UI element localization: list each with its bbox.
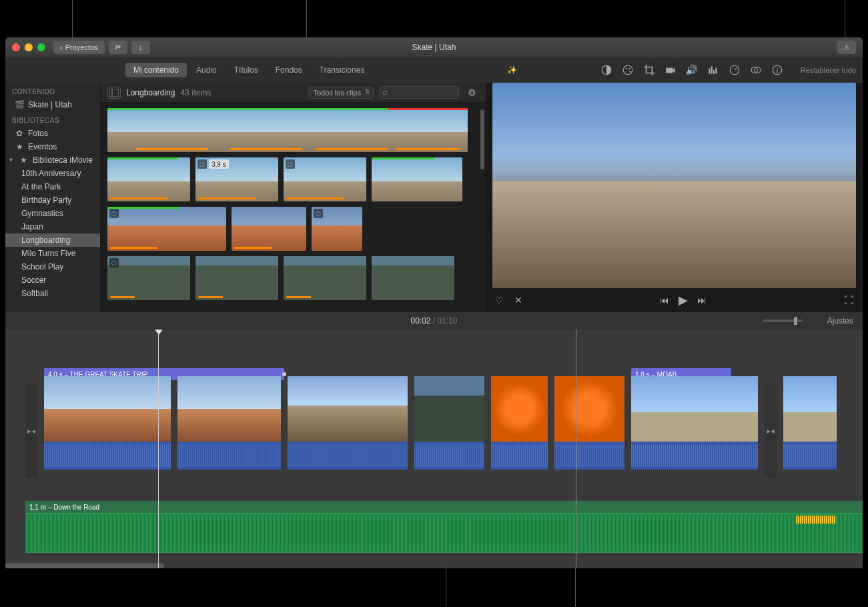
equalizer-icon [707,64,719,76]
tab-audio[interactable]: Audio [188,63,225,77]
minimize-window-button[interactable] [25,43,33,51]
clip-thumb[interactable] [107,108,468,152]
sidebar-event[interactable]: Birthday Party [5,193,100,207]
svg-point-8 [628,68,630,69]
search-input[interactable] [379,86,459,99]
media-list-button[interactable]: ♪ [109,41,127,54]
loading-icon: ◌ [109,258,119,267]
sidebar-library-label: Biblioteca iMovie [33,155,93,165]
star-icon: ★ [15,143,24,151]
sidebar-event[interactable]: Soccer [5,273,100,287]
tab-mi-contenido[interactable]: Mi contenido [125,63,187,77]
sidebar-project[interactable]: 🎬 Skate | Utah [5,98,100,111]
clip-thumb[interactable] [372,256,454,300]
timeline-clip[interactable] [554,376,624,470]
stabilization-button[interactable] [665,64,677,76]
browser-header: Longboarding 43 ítems Todos los clips ⚙ [101,83,486,103]
next-button[interactable]: ⏭ [697,295,707,306]
sidebar-event[interactable]: Japan [5,220,100,233]
browser-settings-button[interactable]: ⚙ [464,85,479,100]
browser-scrollbar[interactable] [480,109,484,169]
timeline-body[interactable]: ▸◂ 4,0 s – THE GREAT SKATE TRIP [5,330,863,568]
sidebar-fotos[interactable]: ✿ Fotos [5,127,100,140]
color-balance-button[interactable] [600,64,612,76]
browser-count: 43 ítems [180,88,211,97]
enhance-button[interactable]: ✨ [506,64,518,76]
media-list-icon: ♪ [115,42,121,53]
crop-button[interactable] [643,64,655,76]
import-button[interactable]: ↓ [131,41,150,54]
viewer-pane: ♡ ✕ ⏮ ▶ ⏭ ⛶ [486,83,863,312]
back-projects-button[interactable]: ‹Proyectos [53,41,105,54]
timeline-clip[interactable] [288,376,408,470]
timeline-settings-button[interactable]: Ajustes [827,316,853,326]
zoom-slider[interactable] [763,320,803,322]
svg-text:i: i [777,67,778,75]
close-window-button[interactable] [12,43,20,51]
clip-thumb[interactable] [284,256,366,300]
clip-thumb[interactable]: ◌ [107,256,190,300]
toolbar: Mi contenido Audio Títulos Fondos Transi… [5,57,863,83]
clip-thumb[interactable]: ◌ 3,9 s [195,157,278,201]
timeline-clip[interactable]: 1,8 s – MOAB [631,376,758,470]
speed-button[interactable] [729,64,741,76]
titlebar: ‹Proyectos ♪ ↓ Skate | Utah [5,37,863,57]
sidebar-event[interactable]: Milo Turns Five [5,247,100,260]
clip-thumb[interactable]: ◌ [107,207,226,251]
timeline-h-scrollbar[interactable] [5,563,164,568]
volume-button[interactable]: 🔊 [686,64,698,76]
browser-clips-grid: ◌ 3,9 s ◌ [101,103,486,335]
clip-thumb[interactable] [195,256,278,300]
flower-icon: ✿ [15,129,24,137]
sidebar-fotos-label: Fotos [28,129,48,138]
sidebar-event[interactable]: At the Park [5,180,100,193]
sidebar-icon [109,89,119,97]
sidebar-event[interactable]: 10th Anniversary [5,167,100,180]
sidebar-toggle-button[interactable] [107,87,121,99]
clip-filter-button[interactable] [750,64,762,76]
play-button[interactable]: ▶ [679,293,688,308]
clip-thumb[interactable]: ◌ [284,157,366,201]
noise-reduction-button[interactable] [707,64,719,76]
clip-thumb[interactable]: ◌ [312,207,362,251]
clip-thumb[interactable] [232,207,306,251]
playhead-line[interactable] [158,330,159,568]
clip-filter-dropdown[interactable]: Todos los clips [308,87,374,99]
fullscreen-button[interactable]: ⛶ [844,295,853,306]
sidebar-library[interactable]: ▼ ★ Biblioteca iMovie [5,153,100,167]
viewer[interactable] [492,83,856,288]
title-handle[interactable] [282,372,286,376]
audio-track[interactable]: 1,1 m – Down the Road [25,513,863,553]
prev-button[interactable]: ⏮ [660,295,669,306]
playhead-marker[interactable] [155,330,163,335]
back-label: Proyectos [65,43,98,51]
transition-handle[interactable]: ▸◂ [765,384,777,478]
sidebar-event-selected[interactable]: Longboarding [5,233,100,247]
share-button[interactable] [837,41,856,54]
timeline-clip[interactable] [491,376,548,470]
clip-thumb[interactable] [372,157,462,201]
timeline-clip[interactable] [783,376,837,470]
info-button[interactable]: i [771,64,783,76]
tab-titulos[interactable]: Títulos [226,63,266,77]
timeline-clip[interactable]: 4,0 s – THE GREAT SKATE TRIP [44,376,171,470]
reject-button[interactable]: ✕ [514,295,522,306]
sidebar-event[interactable]: Gymnastics [5,207,100,220]
transition-handle[interactable]: ▸◂ [25,384,37,478]
timeline-clip[interactable] [414,376,484,470]
main-area: CONTENIDO 🎬 Skate | Utah BIBLIOTECAS ✿ F… [5,83,863,312]
favorite-button[interactable]: ♡ [495,295,504,306]
sidebar-eventos[interactable]: ★ Eventos [5,140,100,153]
browser-title: Longboarding [126,88,175,97]
timeline-clip[interactable] [177,376,281,470]
sidebar-event[interactable]: School Play [5,260,100,273]
svg-point-9 [629,71,630,72]
zoom-window-button[interactable] [37,43,45,51]
tab-transiciones[interactable]: Transiciones [312,63,373,77]
share-icon [844,42,849,53]
reset-all-button[interactable]: Restablecer todo [801,66,856,74]
sidebar-event[interactable]: Softball [5,287,100,300]
clip-thumb[interactable] [107,157,190,201]
color-correction-button[interactable] [622,64,634,76]
tab-fondos[interactable]: Fondos [268,63,310,77]
